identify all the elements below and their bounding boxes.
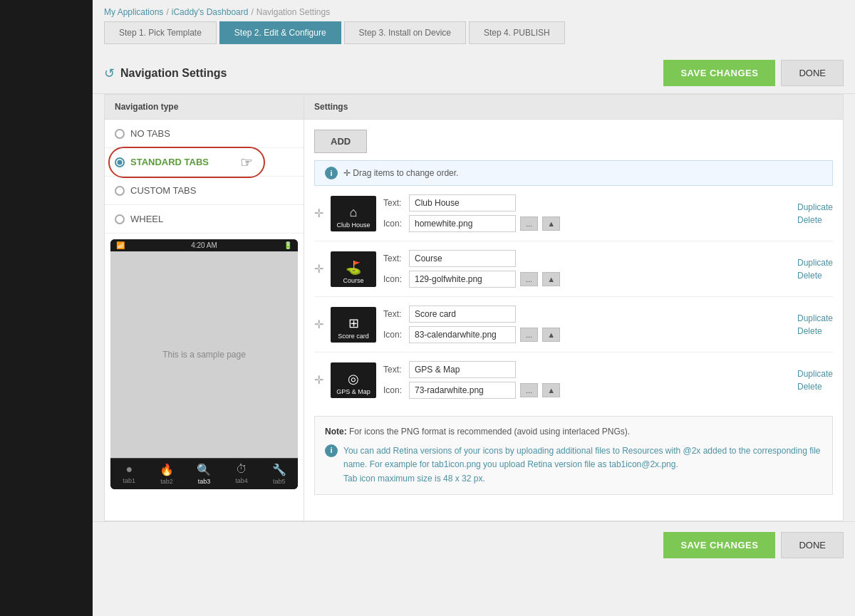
custom-tabs-radio[interactable] <box>115 186 125 196</box>
icon-field-row-score-card: Icon: ... ▲ <box>383 326 784 343</box>
tab-fields-score-card: Text: Icon: ... ▲ <box>383 306 784 343</box>
icon-label-course: Icon: <box>383 274 405 284</box>
wizard-step-1[interactable]: Step 1. Pick Template <box>104 21 217 44</box>
icon-label-score-card: Icon: <box>383 330 405 340</box>
duplicate-link-gps-map[interactable]: Duplicate <box>797 369 833 379</box>
no-tabs-radio[interactable] <box>115 129 125 139</box>
page-title: Navigation Settings <box>120 67 227 80</box>
phone-tab-1-label: tab1 <box>123 477 136 484</box>
info-text-retina: You can add Retina versions of your icon… <box>343 446 820 469</box>
info-text-size: Tab icon maximum size is 48 x 32 px. <box>343 474 485 484</box>
duplicate-link-score-card[interactable]: Duplicate <box>797 313 833 323</box>
cursor-hand-icon: ☞ <box>240 154 253 171</box>
nav-type-custom-tabs[interactable]: CUSTOM TABS <box>105 177 304 205</box>
nav-type-header: Navigation type <box>105 95 304 120</box>
phone-content: This is a sample page <box>110 251 298 458</box>
text-field-row-club-house: Text: <box>383 194 784 212</box>
standard-tabs-radio[interactable] <box>115 157 125 167</box>
upload-button-gps-map[interactable]: ▲ <box>542 383 560 397</box>
nav-type-standard-tabs[interactable]: STANDARD TABS ☞ <box>105 148 304 177</box>
text-field-row-score-card: Text: <box>383 306 784 323</box>
phone-tab-5: 🔧 tab5 <box>260 459 298 489</box>
refresh-icon: ↺ <box>104 66 115 81</box>
upload-button-club-house[interactable]: ▲ <box>542 216 560 231</box>
drag-handle-gps-map[interactable]: ✛ <box>314 373 323 387</box>
phone-battery: 🔋 <box>284 241 292 249</box>
phone-tab-5-label: tab5 <box>273 478 286 485</box>
icon-input-course[interactable] <box>409 271 516 288</box>
wizard-steps: Step 1. Pick Template Step 2. Edit & Con… <box>93 21 855 53</box>
phone-tab-4: ⏱ tab4 <box>223 459 261 489</box>
drag-hint-text: ✛ Drag items to change order. <box>343 168 458 178</box>
browse-button-gps-map[interactable]: ... <box>520 383 538 397</box>
wheel-label: WHEEL <box>130 214 163 224</box>
wizard-step-3[interactable]: Step 3. Install on Device <box>344 21 466 44</box>
tab-rows: ✛ ⌂ Club House Text: Icon: ... <box>304 194 843 407</box>
browse-button-course[interactable]: ... <box>520 272 538 286</box>
wizard-step-2[interactable]: Step 2. Edit & Configure <box>219 21 341 44</box>
phone-sample-text: This is a sample page <box>162 350 246 360</box>
text-input-gps-map[interactable] <box>409 361 516 378</box>
text-field-row-gps-map: Text: <box>383 361 784 378</box>
page-header: ↺ Navigation Settings SAVE CHANGES DONE <box>93 53 855 94</box>
gps-map-thumb-icon: ◎ <box>348 371 359 387</box>
drag-handle-club-house[interactable]: ✛ <box>314 207 323 220</box>
nav-type-no-tabs[interactable]: NO TABS <box>105 120 304 148</box>
icon-input-gps-map[interactable] <box>409 382 516 399</box>
wizard-step-4[interactable]: Step 4. PUBLISH <box>469 21 565 44</box>
duplicate-link-course[interactable]: Duplicate <box>797 258 833 268</box>
tab-actions-course: Duplicate Delete <box>797 258 833 281</box>
done-button-bottom[interactable]: DONE <box>781 532 844 558</box>
club-house-thumb-label: Club House <box>336 221 370 229</box>
icon-input-club-house[interactable] <box>409 215 516 232</box>
delete-link-score-card[interactable]: Delete <box>797 326 833 336</box>
breadcrumb-current: Navigation Settings <box>256 7 330 17</box>
custom-tabs-label: CUSTOM TABS <box>130 185 196 196</box>
upload-button-course[interactable]: ▲ <box>542 272 560 286</box>
text-input-score-card[interactable] <box>409 306 516 323</box>
tab-thumb-score-card: ⊞ Score card <box>331 307 376 343</box>
main-container: My Applications / iCaddy's Dashboard / N… <box>93 0 855 616</box>
delete-link-course[interactable]: Delete <box>797 271 833 281</box>
icon-field-row-club-house: Icon: ... ▲ <box>383 215 784 232</box>
breadcrumb-sep2: / <box>251 7 253 17</box>
icon-label-gps-map: Icon: <box>383 385 405 395</box>
browse-button-score-card[interactable]: ... <box>520 328 538 342</box>
done-button-top[interactable]: DONE <box>781 60 844 86</box>
tab-thumb-course: ⛳ Course <box>331 251 376 287</box>
add-button-row: ADD <box>304 120 843 160</box>
delete-link-club-house[interactable]: Delete <box>797 215 833 225</box>
phone-status-bar: 📶 4:20 AM 🔋 <box>110 239 298 251</box>
duplicate-link-club-house[interactable]: Duplicate <box>797 202 833 212</box>
bottom-bar: SAVE CHANGES DONE <box>93 521 855 568</box>
nav-type-wheel[interactable]: WHEEL <box>105 205 304 234</box>
right-panel: Settings ADD i ✛ Drag items to change or… <box>304 94 844 521</box>
breadcrumb-dashboard[interactable]: iCaddy's Dashboard <box>172 7 249 17</box>
save-changes-button-top[interactable]: SAVE CHANGES <box>663 60 775 86</box>
tab-actions-score-card: Duplicate Delete <box>797 313 833 336</box>
table-row: ✛ ⊞ Score card Text: Icon: ... <box>314 306 833 353</box>
drag-handle-score-card[interactable]: ✛ <box>314 318 323 331</box>
tab-actions-club-house: Duplicate Delete <box>797 202 833 225</box>
tab-thumb-gps-map: ◎ GPS & Map <box>331 362 376 398</box>
icon-field-row-gps-map: Icon: ... ▲ <box>383 382 784 399</box>
text-label-score-card: Text: <box>383 309 405 319</box>
text-label-gps-map: Text: <box>383 365 405 375</box>
wheel-radio[interactable] <box>115 214 125 224</box>
breadcrumb-sep1: / <box>166 7 168 17</box>
tab-fields-course: Text: Icon: ... ▲ <box>383 250 784 288</box>
drag-hint: i ✛ Drag items to change order. <box>314 160 833 186</box>
add-tab-button[interactable]: ADD <box>314 130 367 153</box>
breadcrumb-my-applications[interactable]: My Applications <box>104 7 163 17</box>
browse-button-club-house[interactable]: ... <box>520 216 538 231</box>
text-input-club-house[interactable] <box>409 194 516 212</box>
info-row-retina: i You can add Retina versions of your ic… <box>325 444 822 486</box>
icon-input-score-card[interactable] <box>409 326 516 343</box>
tab-thumb-club-house: ⌂ Club House <box>331 196 376 231</box>
delete-link-gps-map[interactable]: Delete <box>797 382 833 392</box>
upload-button-score-card[interactable]: ▲ <box>542 328 560 342</box>
text-input-course[interactable] <box>409 250 516 267</box>
phone-tab-5-icon: 🔧 <box>272 463 286 476</box>
drag-handle-course[interactable]: ✛ <box>314 262 323 276</box>
save-changes-button-bottom[interactable]: SAVE CHANGES <box>663 532 775 558</box>
